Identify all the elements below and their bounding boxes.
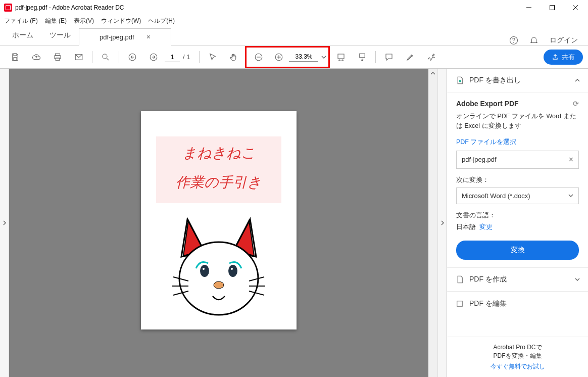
footer-line-2: PDFを変換・編集: [453, 352, 582, 360]
fit-page-icon[interactable]: [352, 47, 372, 67]
cursor-select-icon[interactable]: [203, 47, 223, 67]
scroll-up-icon[interactable]: [428, 69, 437, 78]
search-icon[interactable]: [95, 47, 116, 67]
menu-bar: ファイル (F) 編集 (E) 表示(V) ウィンドウ(W) ヘルプ(H): [0, 15, 588, 26]
vertical-scrollbar[interactable]: [428, 69, 437, 377]
svg-point-28: [214, 281, 224, 289]
svg-point-25: [228, 265, 237, 277]
svg-rect-7: [14, 57, 17, 60]
banner-line-1: まねきねこ: [161, 144, 276, 163]
share-button[interactable]: 共有: [544, 50, 583, 65]
next-page-icon[interactable]: [143, 47, 164, 67]
format-select[interactable]: Microsoft Word (*.docx): [456, 187, 579, 204]
menu-window[interactable]: ウィンドウ(W): [101, 17, 141, 25]
change-language-link[interactable]: 変更: [479, 223, 493, 230]
fit-width-icon[interactable]: [331, 47, 351, 67]
page-number-input[interactable]: [165, 52, 180, 62]
maximize-button[interactable]: [541, 0, 564, 15]
minimize-button[interactable]: [517, 0, 541, 15]
clear-file-icon[interactable]: ×: [569, 155, 573, 164]
tab-close-icon[interactable]: ×: [146, 33, 151, 41]
right-panel-toggle[interactable]: [437, 69, 447, 377]
title-bar: pdf-jpeg.pdf - Adobe Acrobat Reader DC: [0, 0, 588, 15]
tab-bar: ホーム ツール pdf-jpeg.pdf × ログイン: [0, 26, 588, 45]
document-canvas[interactable]: まねきねこ 作業の手引き: [9, 69, 428, 377]
zoom-dropdown-icon[interactable]: [321, 55, 326, 60]
page-total-label: / 1: [183, 53, 190, 61]
close-button[interactable]: [564, 0, 587, 15]
export-description: オンラインで PDF ファイルを Word または Excel に変換します: [456, 112, 579, 131]
sign-icon[interactable]: [421, 47, 442, 67]
edit-section-header[interactable]: PDF を編集: [447, 292, 588, 315]
svg-rect-10: [56, 58, 60, 60]
pdf-page: まねきねこ 作業の手引き: [141, 111, 297, 329]
highlight-icon[interactable]: [400, 47, 420, 67]
refresh-icon[interactable]: ⟳: [573, 100, 579, 108]
bell-icon[interactable]: [529, 36, 538, 45]
toolbar: / 1 共有: [0, 45, 588, 69]
export-panel: Adobe Export PDF ⟳ オンラインで PDF ファイルを Word…: [447, 92, 588, 267]
mail-icon[interactable]: [69, 47, 89, 67]
svg-rect-35: [457, 301, 463, 306]
create-section-header[interactable]: PDF を作成: [447, 267, 588, 292]
export-title: Adobe Export PDF: [456, 100, 519, 108]
sidebar: PDF を書き出し Adobe Export PDF ⟳ オンラインで PDF …: [447, 69, 588, 377]
left-panel-toggle[interactable]: [0, 69, 9, 377]
window-title: pdf-jpeg.pdf - Adobe Acrobat Reader DC: [15, 4, 517, 11]
menu-help[interactable]: ヘルプ(H): [148, 17, 175, 25]
svg-point-23: [179, 242, 258, 315]
print-icon[interactable]: [47, 47, 68, 67]
login-button[interactable]: ログイン: [550, 36, 578, 45]
comment-icon[interactable]: [379, 47, 399, 67]
share-button-label: 共有: [562, 53, 575, 62]
zoom-highlight-box: [245, 46, 330, 68]
export-pdf-icon: [455, 76, 464, 85]
tab-tools[interactable]: ツール: [41, 26, 79, 45]
chevron-up-icon: [575, 78, 580, 83]
tab-home[interactable]: ホーム: [4, 26, 41, 45]
convert-button[interactable]: 変換: [456, 241, 579, 260]
main-area: まねきねこ 作業の手引き: [0, 69, 588, 377]
menu-view[interactable]: 表示(V): [74, 17, 94, 25]
sidebar-footer: Acrobat Pro DCで PDFを変換・編集 今すぐ無料でお試し: [447, 337, 588, 377]
save-icon[interactable]: [5, 47, 25, 67]
cloud-upload-icon[interactable]: [26, 47, 46, 67]
doc-language-label: 文書の言語：: [456, 211, 579, 220]
doc-language-value: 日本語: [456, 223, 476, 230]
chevron-down-icon: [575, 277, 580, 282]
svg-point-26: [203, 268, 205, 270]
svg-rect-21: [338, 54, 344, 59]
hand-tool-icon[interactable]: [224, 47, 244, 67]
zoom-out-icon[interactable]: [249, 47, 269, 67]
zoom-in-icon[interactable]: [269, 47, 289, 67]
convert-to-label: 次に変換：: [456, 176, 579, 184]
svg-point-24: [200, 265, 209, 277]
zoom-value-input[interactable]: [289, 52, 318, 62]
try-free-link[interactable]: 今すぐ無料でお試し: [453, 362, 582, 371]
svg-rect-6: [14, 54, 17, 56]
help-icon[interactable]: [509, 36, 518, 45]
svg-point-27: [231, 268, 233, 270]
footer-line-1: Acrobat Pro DCで: [453, 343, 582, 352]
window-controls: [517, 0, 587, 15]
tab-document-label: pdf-jpeg.pdf: [100, 33, 134, 41]
export-section-header[interactable]: PDF を書き出し: [447, 69, 588, 92]
svg-rect-1: [550, 6, 555, 10]
menu-file[interactable]: ファイル (F): [4, 17, 38, 25]
share-icon: [552, 54, 559, 61]
svg-point-5: [514, 42, 514, 42]
export-section-label: PDF を書き出し: [469, 76, 521, 85]
prev-page-icon[interactable]: [122, 47, 142, 67]
format-select-value: Microsoft Word (*.docx): [462, 192, 530, 200]
chevron-down-icon: [568, 193, 573, 198]
svg-point-12: [103, 54, 107, 59]
svg-rect-22: [360, 54, 365, 58]
edit-section-label: PDF を編集: [469, 299, 507, 308]
select-file-link[interactable]: PDF ファイルを選択: [456, 138, 579, 147]
banner-line-2: 作業の手引き: [161, 173, 276, 192]
tab-document[interactable]: pdf-jpeg.pdf ×: [79, 28, 171, 45]
selected-file-box: pdf-jpeg.pdf ×: [456, 151, 579, 169]
menu-edit[interactable]: 編集 (E): [45, 17, 67, 25]
cat-illustration: [156, 210, 281, 316]
edit-pdf-icon: [455, 299, 464, 308]
